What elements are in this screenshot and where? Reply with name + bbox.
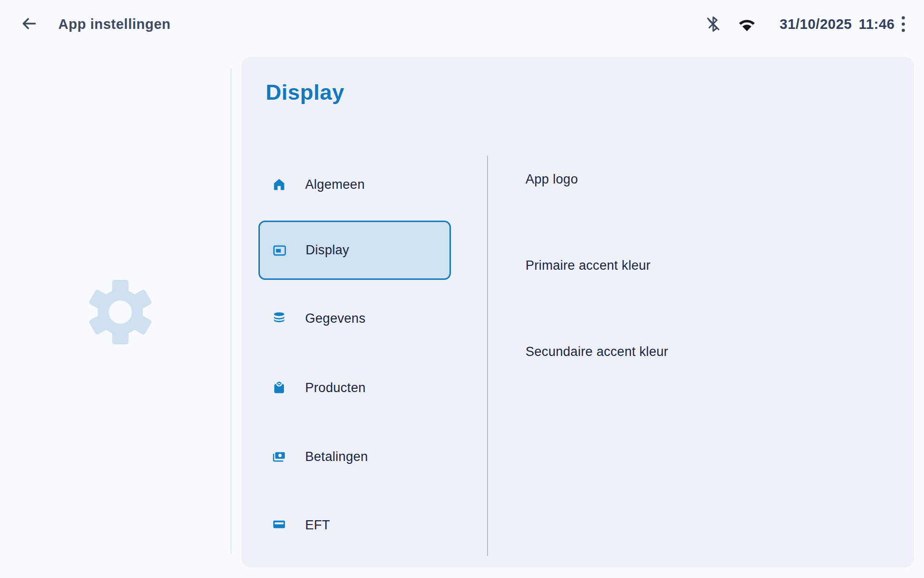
shopping-bag-icon [272,381,286,395]
time-text: 11:46 [859,16,895,32]
setting-secondary-accent-color[interactable]: Secundaire accent kleur [526,343,668,360]
sidebar-item-label: Betalingen [305,449,368,464]
sidebar-item-eft[interactable]: EFT [272,515,436,535]
sidebar-item-label: EFT [305,518,330,533]
sidebar-item-display[interactable]: Display [258,221,451,280]
back-button[interactable] [18,13,39,35]
menu-content-divider [487,156,488,556]
wifi-icon [737,16,757,33]
home-icon [272,177,286,192]
vertical-hairline [231,69,231,554]
display-icon [272,243,287,258]
setting-label: App logo [526,172,578,186]
sidebar-item-label: Producten [305,381,366,395]
credit-card-icon [272,518,286,532]
date-text: 31/10/2025 [780,16,852,32]
overflow-menu-button[interactable] [896,14,911,35]
bluetooth-disabled-icon [705,14,722,34]
page-title: App instellingen [58,14,171,34]
sidebar-item-display-content: Display [272,243,349,258]
sidebar-item-producten[interactable]: Producten [272,378,436,397]
database-icon [272,311,286,326]
sidebar-item-label: Display [306,243,349,258]
kebab-menu-icon [900,15,906,35]
payments-icon [272,449,286,464]
setting-label: Primaire accent kleur [526,258,651,273]
datetime: 31/10/202511:46 [780,14,895,34]
setting-app-logo[interactable]: App logo [526,171,578,188]
setting-primary-accent-color[interactable]: Primaire accent kleur [526,257,651,274]
sidebar-item-betalingen[interactable]: Betalingen [272,447,436,466]
gear-icon [87,278,154,346]
panel-heading: Display [266,80,345,105]
setting-label: Secundaire accent kleur [526,344,668,359]
sidebar-item-label: Gegevens [305,311,365,326]
arrow-left-icon [20,15,38,34]
sidebar-item-gegevens[interactable]: Gegevens [272,309,436,328]
sidebar-item-label: Algemeen [305,177,365,192]
settings-panel: Display Algemeen Display [242,57,914,567]
sidebar-item-algemeen[interactable]: Algemeen [272,175,436,194]
